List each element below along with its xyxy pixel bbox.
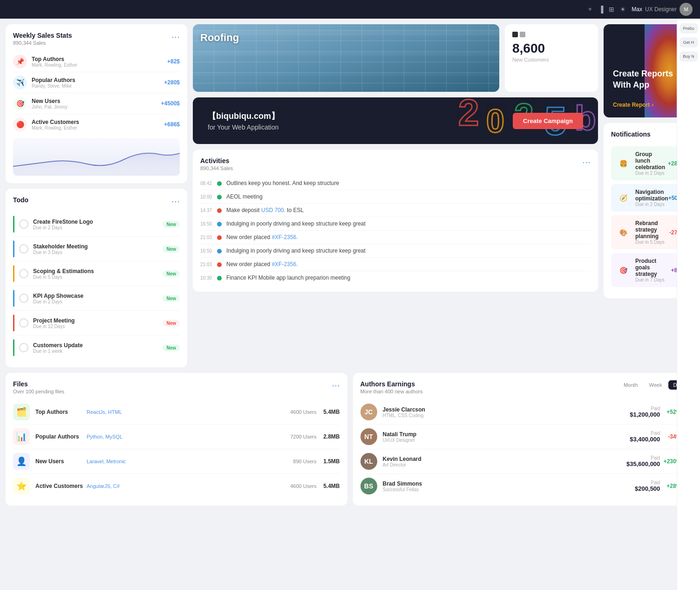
notif-info: Product goals strategy Due in 7 Days <box>635 258 671 282</box>
stat-name: Popular Authors <box>32 77 164 83</box>
files-header: Files Over 100 pending files ⋯ <box>13 380 340 394</box>
todo-color-bar <box>13 240 14 257</box>
author-info: Brad Simmons Successful Fellas <box>383 480 618 492</box>
author-amount: $1,200,000 <box>618 411 660 418</box>
activity-text: New order placed #XF-2356. <box>226 234 591 240</box>
activity-item: 10:00 AEOL meeting <box>200 190 591 204</box>
todo-badge: New <box>163 270 180 277</box>
activity-item: 21:03 New order placed #XF-2356. <box>200 258 591 271</box>
author-avatar: BS <box>360 478 377 494</box>
notif-info: Group lunch celebration Due in 2 Days <box>635 151 668 176</box>
activity-time: 14:37 <box>200 208 217 213</box>
todo-more-button[interactable]: ⋯ <box>171 196 180 206</box>
rp-item-1[interactable]: Prebu <box>680 23 698 34</box>
todo-checkbox[interactable] <box>19 343 28 352</box>
author-rows: JC Jessie Clarcson HTML, CSS Coding Paid… <box>360 400 687 498</box>
todo-card: Todo ⋯ Create FireStone Logo Due in 2 Da… <box>6 189 187 367</box>
author-avatar: KL <box>360 453 377 470</box>
todo-checkbox[interactable] <box>19 220 28 229</box>
todo-color-bar <box>13 290 14 307</box>
activity-dot <box>217 222 222 226</box>
todo-item: Create FireStone Logo Due in 2 Days New <box>13 212 180 237</box>
activity-link[interactable]: #XF-2356. <box>272 261 298 268</box>
activities-more-button[interactable]: ⋯ <box>582 157 591 167</box>
todo-due: Due in 2 Days <box>33 225 163 230</box>
todo-item: Stakeholder Meeting Due in 3 Days New <box>13 237 180 261</box>
stat-name: Top Authors <box>32 56 167 62</box>
notif-title: Notifications <box>611 130 651 138</box>
brightness-icon: ☀ <box>620 6 626 13</box>
paid-col: Paid $35,600,000 <box>618 455 660 467</box>
activity-dot <box>217 276 222 281</box>
files-more-button[interactable]: ⋯ <box>332 380 340 391</box>
activity-link[interactable]: USD 700. <box>261 207 285 213</box>
todo-item: Customers Update Due in 1 week New <box>13 336 180 360</box>
search-icon[interactable]: ⚬ <box>587 6 593 13</box>
stat-value: +280$ <box>164 79 180 86</box>
tab-week[interactable]: Week <box>645 380 667 390</box>
todo-item-title: Project Meeting <box>33 317 163 324</box>
left-column: Weekly Sales Stats 890,344 Sales ⋯ 📌 Top… <box>6 24 187 367</box>
rp-item-2[interactable]: Get H <box>680 37 698 48</box>
activity-item: 10:30 Finance KPI Mobile app launch prep… <box>200 271 591 284</box>
notif-item-title: Navigation optimization <box>635 189 668 202</box>
stat-name: Active Customers <box>32 119 164 125</box>
activities-title: Activities <box>200 157 233 165</box>
stat-info: New Users John, Pat, Jimmy <box>32 98 161 110</box>
author-role: Successful Fellas <box>383 487 618 492</box>
todo-due: Due in 2 Days <box>33 299 163 304</box>
user-name: Max <box>632 6 642 13</box>
file-name: Popular Authors <box>35 433 87 440</box>
battery-icon: ▐ <box>598 6 603 13</box>
nc-number: 8,600 <box>512 41 591 56</box>
stat-sub: Randy, Steve, Mike <box>32 83 164 89</box>
author-amount: $35,600,000 <box>618 460 660 467</box>
activity-text: Indulging in poorly driving and keep str… <box>226 220 591 227</box>
file-tags: AngularJS, C# <box>87 483 279 489</box>
author-role: Art Director <box>383 462 618 467</box>
activities-title-group: Activities 890,344 Sales <box>200 157 233 171</box>
create-report-link[interactable]: Create Report › <box>613 102 685 108</box>
todo-checkbox[interactable] <box>19 244 28 254</box>
top-row: Roofing 8,600 New Customers <box>193 24 598 92</box>
notification-item: 🎯 Product goals strategy Due in 7 Days +… <box>611 253 687 287</box>
file-tags: Python, MySQL <box>87 434 279 439</box>
activity-text: Make deposit USD 700. to ESL <box>226 207 591 213</box>
avatar[interactable]: M <box>680 3 693 16</box>
activity-text: AEOL meeting <box>226 193 591 200</box>
more-options-button[interactable]: ⋯ <box>171 32 180 42</box>
ae-header: Authors Earnings More than 400 new autho… <box>360 380 687 394</box>
cr-title: Create ReportsWith App <box>613 69 685 90</box>
file-row: ⭐ Active Customers AngularJS, C# 4600 Us… <box>13 474 340 498</box>
author-info: Kevin Leonard Art Director <box>383 456 618 467</box>
todo-info: Scoping & Estimations Due in 5 Days <box>33 268 163 280</box>
notif-item-title: Group lunch celebration <box>635 151 668 171</box>
author-avatar: NT <box>360 428 377 445</box>
todo-badge: New <box>163 246 180 253</box>
todo-color-bar <box>13 216 14 233</box>
todo-badge: New <box>163 295 180 302</box>
todo-item: Scoping & Estimations Due in 5 Days New <box>13 261 180 286</box>
activity-link[interactable]: #XF-2356. <box>272 234 298 240</box>
todo-checkbox[interactable] <box>19 318 28 328</box>
todo-checkbox[interactable] <box>19 269 28 278</box>
notif-info: Navigation optimization Due in 2 Days <box>635 189 668 207</box>
rp-item-3[interactable]: Buy N <box>680 51 698 62</box>
todo-color-bar <box>13 315 14 331</box>
weekly-stats-subtitle: 890,344 Sales <box>13 40 72 46</box>
notification-item: 🎨 Rebrand strategy planning Due in 5 Day… <box>611 215 687 249</box>
create-campaign-button[interactable]: Create Campaign <box>513 113 583 129</box>
tab-month[interactable]: Month <box>619 380 643 390</box>
activity-time: 10:00 <box>200 194 217 199</box>
todo-checkbox[interactable] <box>19 294 28 303</box>
todo-item: Project Meeting Due in 12 Days New <box>13 311 180 336</box>
activities-header: Activities 890,344 Sales ⋯ <box>200 157 591 171</box>
todo-badge: New <box>163 344 180 351</box>
file-icon: 📊 <box>13 428 30 445</box>
files-title: Files <box>13 380 64 388</box>
stat-name: New Users <box>32 98 161 104</box>
user-info[interactable]: Max UX Designer M <box>632 3 693 16</box>
stat-icon: ✈️ <box>13 75 27 89</box>
stat-icon: 🔴 <box>13 117 27 131</box>
todo-item: KPI App Showcase Due in 2 Days New <box>13 286 180 311</box>
